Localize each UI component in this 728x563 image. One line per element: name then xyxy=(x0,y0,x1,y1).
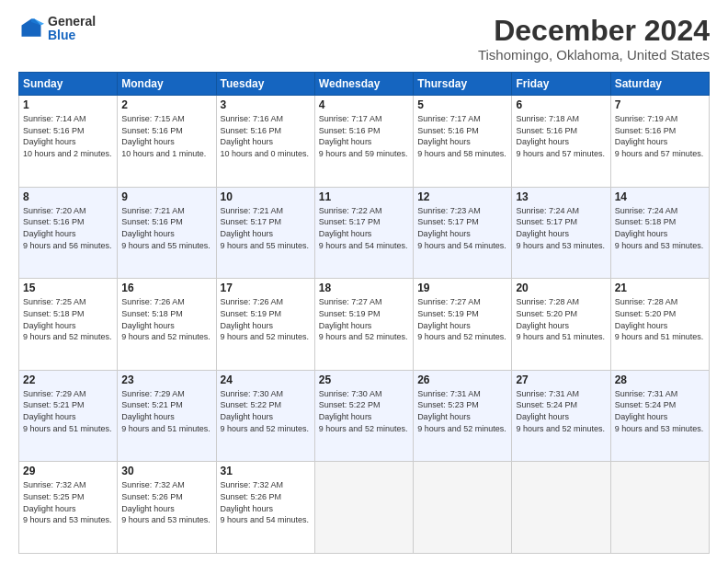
table-row: 12 Sunrise: 7:23 AMSunset: 5:17 PMDaylig… xyxy=(414,187,512,279)
table-row: 30 Sunrise: 7:32 AMSunset: 5:26 PMDaylig… xyxy=(118,462,216,554)
table-row: 14 Sunrise: 7:24 AMSunset: 5:18 PMDaylig… xyxy=(610,187,709,279)
header: General Blue December 2024 Tishomingo, O… xyxy=(18,15,710,63)
col-tuesday: Tuesday xyxy=(216,73,314,96)
table-row: 4 Sunrise: 7:17 AMSunset: 5:16 PMDayligh… xyxy=(314,96,413,188)
calendar-week-3: 15 Sunrise: 7:25 AMSunset: 5:18 PMDaylig… xyxy=(19,279,710,371)
col-saturday: Saturday xyxy=(610,73,709,96)
table-row: 29 Sunrise: 7:32 AMSunset: 5:25 PMDaylig… xyxy=(19,462,118,554)
table-row: 6 Sunrise: 7:18 AMSunset: 5:16 PMDayligh… xyxy=(512,96,610,188)
table-row: 17 Sunrise: 7:26 AMSunset: 5:19 PMDaylig… xyxy=(216,279,314,371)
logo: General Blue xyxy=(18,15,96,43)
empty-cell xyxy=(314,462,413,554)
table-row: 1 Sunrise: 7:14 AMSunset: 5:16 PMDayligh… xyxy=(19,96,118,188)
table-row: 26 Sunrise: 7:31 AMSunset: 5:23 PMDaylig… xyxy=(414,370,512,462)
table-row: 10 Sunrise: 7:21 AMSunset: 5:17 PMDaylig… xyxy=(216,187,314,279)
empty-cell xyxy=(414,462,512,554)
table-row: 28 Sunrise: 7:31 AMSunset: 5:24 PMDaylig… xyxy=(610,370,709,462)
logo-icon xyxy=(18,16,44,41)
table-row: 21 Sunrise: 7:28 AMSunset: 5:20 PMDaylig… xyxy=(610,279,709,371)
logo-general-text: General xyxy=(48,15,96,29)
page: General Blue December 2024 Tishomingo, O… xyxy=(0,0,728,563)
table-row: 9 Sunrise: 7:21 AMSunset: 5:16 PMDayligh… xyxy=(118,187,216,279)
logo-blue-text: Blue xyxy=(48,29,96,42)
table-row: 20 Sunrise: 7:28 AMSunset: 5:20 PMDaylig… xyxy=(512,279,610,371)
table-row: 3 Sunrise: 7:16 AMSunset: 5:16 PMDayligh… xyxy=(216,96,314,188)
table-row: 27 Sunrise: 7:31 AMSunset: 5:24 PMDaylig… xyxy=(512,370,610,462)
col-friday: Friday xyxy=(512,73,610,96)
table-row: 13 Sunrise: 7:24 AMSunset: 5:17 PMDaylig… xyxy=(512,187,610,279)
table-row: 22 Sunrise: 7:29 AMSunset: 5:21 PMDaylig… xyxy=(19,370,118,462)
calendar-week-4: 22 Sunrise: 7:29 AMSunset: 5:21 PMDaylig… xyxy=(19,370,710,462)
table-row: 11 Sunrise: 7:22 AMSunset: 5:17 PMDaylig… xyxy=(314,187,413,279)
table-row: 19 Sunrise: 7:27 AMSunset: 5:19 PMDaylig… xyxy=(414,279,512,371)
table-row: 31 Sunrise: 7:32 AMSunset: 5:26 PMDaylig… xyxy=(216,462,314,554)
table-row: 18 Sunrise: 7:27 AMSunset: 5:19 PMDaylig… xyxy=(314,279,413,371)
logo-text: General Blue xyxy=(48,15,96,43)
calendar-week-1: 1 Sunrise: 7:14 AMSunset: 5:16 PMDayligh… xyxy=(19,96,710,188)
table-row: 16 Sunrise: 7:26 AMSunset: 5:18 PMDaylig… xyxy=(118,279,216,371)
col-thursday: Thursday xyxy=(414,73,512,96)
col-monday: Monday xyxy=(118,73,216,96)
main-title: December 2024 xyxy=(478,15,710,47)
col-wednesday: Wednesday xyxy=(314,73,413,96)
empty-cell xyxy=(610,462,709,554)
calendar-header-row: Sunday Monday Tuesday Wednesday Thursday… xyxy=(19,73,710,96)
table-row: 15 Sunrise: 7:25 AMSunset: 5:18 PMDaylig… xyxy=(19,279,118,371)
table-row: 24 Sunrise: 7:30 AMSunset: 5:22 PMDaylig… xyxy=(216,370,314,462)
empty-cell xyxy=(512,462,610,554)
table-row: 23 Sunrise: 7:29 AMSunset: 5:21 PMDaylig… xyxy=(118,370,216,462)
table-row: 8 Sunrise: 7:20 AMSunset: 5:16 PMDayligh… xyxy=(19,187,118,279)
calendar-week-2: 8 Sunrise: 7:20 AMSunset: 5:16 PMDayligh… xyxy=(19,187,710,279)
table-row: 2 Sunrise: 7:15 AMSunset: 5:16 PMDayligh… xyxy=(118,96,216,188)
table-row: 7 Sunrise: 7:19 AMSunset: 5:16 PMDayligh… xyxy=(610,96,709,188)
calendar-table: Sunday Monday Tuesday Wednesday Thursday… xyxy=(18,72,710,554)
table-row: 25 Sunrise: 7:30 AMSunset: 5:22 PMDaylig… xyxy=(314,370,413,462)
col-sunday: Sunday xyxy=(19,73,118,96)
subtitle: Tishomingo, Oklahoma, United States xyxy=(478,47,710,63)
title-block: December 2024 Tishomingo, Oklahoma, Unit… xyxy=(478,15,710,63)
table-row: 5 Sunrise: 7:17 AMSunset: 5:16 PMDayligh… xyxy=(414,96,512,188)
calendar-week-5: 29 Sunrise: 7:32 AMSunset: 5:25 PMDaylig… xyxy=(19,462,710,554)
